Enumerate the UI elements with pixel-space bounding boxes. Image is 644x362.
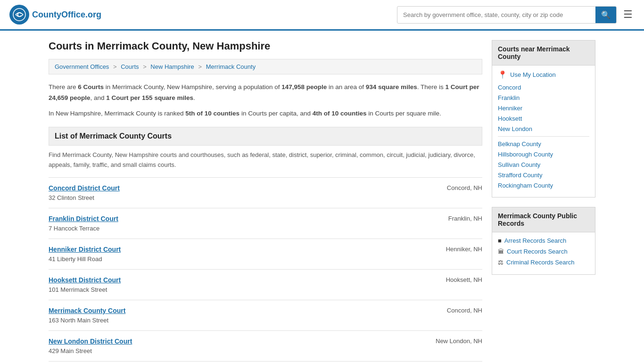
records-header: Merrimack County Public Records — [492, 207, 595, 232]
court-left: New London District Court 429 Main Stree… — [49, 337, 132, 354]
pin-icon: 📍 — [498, 70, 507, 79]
use-location-link[interactable]: Use My Location — [510, 71, 556, 78]
nearby-city-link[interactable]: Henniker — [498, 105, 589, 112]
public-record-item: 🏛 Court Records Search — [498, 248, 589, 255]
breadcrumb-nh[interactable]: New Hampshire — [150, 63, 194, 70]
court-row: Henniker District Court 41 Liberty Hill … — [49, 246, 482, 263]
courts-count: 6 Courts — [78, 83, 104, 90]
court-name-link[interactable]: Hooksett District Court — [49, 276, 121, 284]
nearby-city-link[interactable]: Rockingham County — [498, 182, 589, 189]
court-address: 32 Clinton Street — [49, 194, 94, 201]
breadcrumb-gov[interactable]: Government Offices — [55, 63, 109, 70]
court-item: New London District Court 429 Main Stree… — [49, 330, 482, 362]
description-paragraph-2: In New Hampshire, Merrimack County is ra… — [49, 108, 482, 119]
court-item: Merrimack County Court 163 North Main St… — [49, 300, 482, 330]
public-record-item: ⚖ Criminal Records Search — [498, 259, 589, 266]
court-row: Hooksett District Court 101 Merrimack St… — [49, 276, 482, 293]
nearby-city-link[interactable]: Belknap County — [498, 140, 589, 148]
header: C CountyOffice.org 🔍 ☰ — [0, 0, 644, 31]
court-location: Hooksett, NH — [426, 276, 482, 283]
menu-button[interactable]: ☰ — [621, 7, 635, 23]
court-row: Merrimack County Court 163 North Main St… — [49, 307, 482, 324]
description-paragraph-1: There are 6 Courts in Merrimack County, … — [49, 82, 482, 104]
record-icon: ■ — [498, 237, 502, 244]
list-section-desc: Find Merrimack County, New Hampshire cou… — [49, 150, 482, 170]
search-bar: 🔍 — [397, 6, 617, 24]
court-list: Concord District Court 32 Clinton Street… — [49, 177, 482, 362]
list-section-title: List of Merrimack County Courts — [49, 127, 482, 146]
header-right: 🔍 ☰ — [397, 6, 635, 24]
breadcrumb-sep2: > — [143, 63, 148, 70]
court-name-link[interactable]: Merrimack County Court — [49, 307, 125, 314]
nearby-section: Courts near Merrimack County 📍 Use My Lo… — [492, 40, 595, 197]
nearby-cities-list: ConcordFranklinHennikerHooksettNew Londo… — [498, 84, 589, 189]
court-name-link[interactable]: Concord District Court — [49, 184, 120, 192]
population: 147,958 people — [281, 83, 327, 90]
search-button[interactable]: 🔍 — [595, 7, 616, 23]
logo-icon: C — [9, 5, 29, 25]
court-left: Hooksett District Court 101 Merrimack St… — [49, 276, 121, 293]
area: 934 square miles — [366, 83, 417, 90]
court-name-link[interactable]: Franklin District Court — [49, 215, 118, 222]
breadcrumb-sep3: > — [198, 63, 203, 70]
content-area: Courts in Merrimack County, New Hampshir… — [49, 40, 482, 362]
court-row: New London District Court 429 Main Stree… — [49, 337, 482, 354]
search-input[interactable] — [397, 8, 595, 22]
court-row: Concord District Court 32 Clinton Street… — [49, 184, 482, 201]
record-link[interactable]: Court Records Search — [507, 248, 568, 255]
court-location: New London, NH — [426, 337, 482, 345]
breadcrumb: Government Offices > Courts > New Hampsh… — [49, 59, 482, 74]
court-row: Franklin District Court 7 Hancock Terrac… — [49, 215, 482, 232]
nearby-body: 📍 Use My Location ConcordFranklinHennike… — [492, 66, 595, 197]
nearby-city-link[interactable]: Concord — [498, 84, 589, 91]
nearby-city-link[interactable]: New London — [498, 125, 589, 132]
court-address: 41 Liberty Hill Road — [49, 255, 102, 263]
court-item: Henniker District Court 41 Liberty Hill … — [49, 239, 482, 269]
court-left: Concord District Court 32 Clinton Street — [49, 184, 120, 201]
court-name-link[interactable]: Henniker District Court — [49, 246, 121, 253]
sidebar-divider — [498, 136, 589, 137]
breadcrumb-sep1: > — [113, 63, 118, 70]
records-body: ■ Arrest Records Search 🏛 Court Records … — [492, 232, 595, 275]
record-icon: 🏛 — [498, 248, 504, 255]
breadcrumb-courts[interactable]: Courts — [121, 63, 139, 70]
nearby-city-link[interactable]: Sullivan County — [498, 161, 589, 168]
nearby-city-link[interactable]: Hooksett — [498, 115, 589, 122]
rank-miles: 4th of 10 counties — [313, 110, 367, 117]
court-item: Franklin District Court 7 Hancock Terrac… — [49, 208, 482, 239]
sidebar: Courts near Merrimack County 📍 Use My Lo… — [492, 40, 595, 362]
nearby-header: Courts near Merrimack County — [492, 40, 595, 66]
logo-area: C CountyOffice.org — [9, 5, 101, 25]
court-item: Hooksett District Court 101 Merrimack St… — [49, 269, 482, 300]
court-address: 429 Main Street — [49, 347, 92, 354]
rank-capita: 5th of 10 counties — [185, 110, 239, 117]
nearby-city-link[interactable]: Franklin — [498, 94, 589, 101]
court-address: 163 North Main Street — [49, 317, 108, 324]
court-address: 101 Merrimack Street — [49, 286, 107, 293]
nearby-city-link[interactable]: Hillsborough County — [498, 151, 589, 158]
court-location: Franklin, NH — [426, 215, 482, 222]
records-section: Merrimack County Public Records ■ Arrest… — [492, 207, 595, 275]
court-left: Merrimack County Court 163 North Main St… — [49, 307, 125, 324]
record-link[interactable]: Criminal Records Search — [506, 259, 575, 266]
court-left: Henniker District Court 41 Liberty Hill … — [49, 246, 121, 263]
court-location: Concord, NH — [426, 184, 482, 191]
logo-text: CountyOffice.org — [32, 10, 101, 20]
svg-text:C: C — [17, 11, 22, 18]
record-link[interactable]: Arrest Records Search — [504, 237, 567, 244]
logo-brand: CountyOffice — [32, 10, 85, 19]
page-title: Courts in Merrimack County, New Hampshir… — [49, 40, 482, 52]
breadcrumb-county[interactable]: Merrimack County — [206, 63, 256, 70]
public-record-item: ■ Arrest Records Search — [498, 237, 589, 244]
nearby-city-link[interactable]: Strafford County — [498, 172, 589, 179]
court-address: 7 Hancock Terrace — [49, 225, 99, 232]
per-miles: 1 Court per 155 square miles — [106, 94, 193, 101]
court-left: Franklin District Court 7 Hancock Terrac… — [49, 215, 118, 232]
court-name-link[interactable]: New London District Court — [49, 337, 132, 345]
use-location-row: 📍 Use My Location — [498, 70, 589, 79]
main-container: Courts in Merrimack County, New Hampshir… — [39, 31, 605, 362]
court-location: Concord, NH — [426, 307, 482, 314]
logo-suffix: .org — [85, 10, 101, 19]
court-item: Concord District Court 32 Clinton Street… — [49, 177, 482, 208]
court-location: Henniker, NH — [426, 246, 482, 253]
